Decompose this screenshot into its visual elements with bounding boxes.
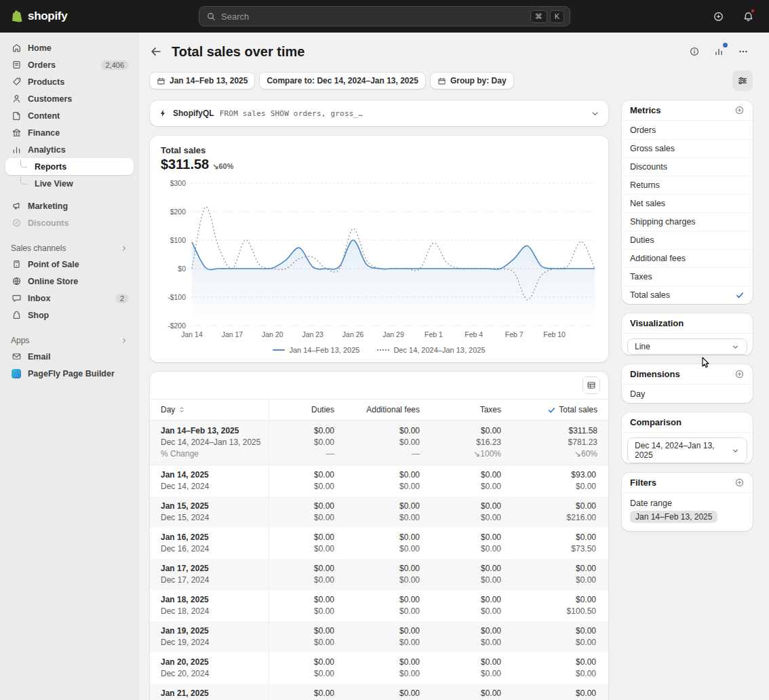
sidebar-item-online-store[interactable]: Online Store	[5, 273, 134, 290]
group-by-pill[interactable]: Group by: Day	[431, 73, 513, 89]
legend-current-period[interactable]: Jan 14–Feb 13, 2025	[273, 346, 359, 354]
comparison-header: Comparison	[622, 412, 753, 433]
date-range-filter-tag[interactable]: Jan 14–Feb 13, 2025	[630, 511, 717, 523]
sidebar-item-email[interactable]: Email	[5, 348, 134, 365]
table-cell-day: Jan 20, 2025Dec 20, 2024	[150, 653, 269, 684]
chart-settings-button[interactable]	[709, 42, 728, 61]
notifications-bell-icon[interactable]	[738, 6, 758, 26]
sidebar-item-label: PageFly Page Builder	[28, 369, 115, 378]
back-arrow-icon[interactable]	[150, 45, 162, 58]
content-icon	[11, 111, 22, 121]
column-header-day[interactable]: Day	[150, 400, 269, 420]
shopify-logo[interactable]: shopify	[11, 9, 67, 24]
lightning-icon	[158, 109, 167, 118]
topbar-actions	[708, 6, 758, 26]
table-cell: $0.00$0.00	[512, 559, 608, 590]
add-metric-icon[interactable]	[734, 105, 745, 115]
sidebar-item-pagefly[interactable]: PageFly Page Builder	[5, 365, 134, 382]
sidebar-item-point-of-sale[interactable]: Point of Sale	[5, 256, 134, 273]
sidebar-item-customers[interactable]: Customers	[5, 90, 134, 107]
metrics-item-label: Discounts	[630, 162, 667, 172]
sort-icon	[178, 406, 186, 414]
info-icon	[689, 46, 700, 57]
sidebar-item-inbox[interactable]: Inbox 2	[5, 290, 134, 307]
page-header: Total sales over time	[150, 42, 753, 61]
metrics-item-gross-sales[interactable]: Gross sales	[622, 139, 753, 157]
metrics-item-orders[interactable]: Orders	[622, 121, 753, 139]
visualization-header: Visualization	[622, 313, 753, 334]
table-cell: $0.00$0.00	[345, 590, 431, 621]
table-cell: $311.58$781.23↘60%	[512, 421, 608, 465]
panel-toggle-button[interactable]	[732, 71, 753, 91]
sidebar-item-products[interactable]: Products	[5, 73, 134, 90]
customers-icon	[11, 94, 22, 104]
table-cell: $0.00$0.00	[269, 528, 345, 559]
chevron-down-icon[interactable]	[590, 109, 600, 119]
search-input[interactable]	[221, 12, 530, 22]
metrics-item-net-sales[interactable]: Net sales	[622, 194, 753, 212]
table-row: Jan 20, 2025Dec 20, 2024$0.00$0.00$0.00$…	[150, 653, 608, 684]
table-cell: $0.00$0.00	[269, 684, 345, 700]
metrics-item-additional-fees[interactable]: Additional fees	[622, 249, 753, 267]
sidebar-item-shop[interactable]: Shop	[5, 307, 134, 324]
column-header-taxes[interactable]: Taxes	[431, 400, 512, 420]
column-header-duties[interactable]: Duties	[269, 400, 345, 420]
sidebar-item-discounts[interactable]: Discounts	[5, 214, 134, 231]
comparison-select[interactable]: Dec 14, 2024–Jan 13, 2025	[627, 438, 747, 463]
new-feature-dot	[723, 43, 728, 47]
add-dimension-icon[interactable]	[734, 369, 745, 379]
sidebar-item-orders[interactable]: Orders 2,406	[5, 56, 134, 73]
metrics-item-taxes[interactable]: Taxes	[622, 267, 753, 286]
table-cell: $0.00$0.00	[269, 559, 345, 590]
line-chart[interactable]: $300$200$100$0-$100-$200Jan 14Jan 17Jan …	[161, 179, 597, 341]
table-cell: $0.00$0.00	[512, 684, 608, 700]
shopifyql-bar[interactable]: ShopifyQL FROM sales SHOW orders, gross_…	[150, 100, 608, 126]
sidebar-item-label: Analytics	[28, 145, 66, 155]
date-range-pill[interactable]: Jan 14–Feb 13, 2025	[150, 73, 254, 89]
metrics-item-duties[interactable]: Duties	[622, 231, 753, 249]
solid-line-swatch	[273, 349, 285, 351]
sidebar-item-analytics[interactable]: Analytics	[5, 141, 134, 158]
sidebar-section-apps[interactable]: Apps	[5, 336, 134, 345]
table-cell: $0.00$16.23↘100%	[431, 421, 512, 465]
sidebar-item-home[interactable]: Home	[5, 39, 134, 56]
table-cell-day: Jan 14–Feb 13, 2025Dec 14, 2024–Jan 13, …	[150, 421, 269, 465]
svg-text:Jan 26: Jan 26	[342, 330, 364, 338]
metrics-item-returns[interactable]: Returns	[622, 176, 753, 194]
sidebar-item-reports[interactable]: Reports	[5, 158, 134, 175]
topbar: shopify ⌘ K	[0, 0, 769, 33]
more-actions-button[interactable]	[734, 42, 753, 61]
table-view-button[interactable]	[583, 376, 600, 394]
svg-text:Jan 17: Jan 17	[222, 330, 243, 338]
table-cell-day: Jan 19, 2025Dec 19, 2024	[150, 621, 269, 653]
metrics-item-discounts[interactable]: Discounts	[622, 157, 753, 176]
metrics-item-shipping-charges[interactable]: Shipping charges	[622, 212, 753, 231]
dimensions-header: Dimensions	[622, 364, 753, 385]
column-header-additional-fees[interactable]: Additional fees	[345, 400, 431, 420]
main-content: Total sales over time Jan 14–Feb	[139, 33, 769, 700]
sidebar-section-sales-channels[interactable]: Sales channels	[5, 244, 134, 253]
column-header-total-sales[interactable]: Total sales	[512, 400, 608, 420]
add-filter-icon[interactable]	[734, 478, 745, 488]
table-header: Day Duties Additional fees Taxes Total s…	[150, 399, 608, 421]
dimension-item-day[interactable]: Day	[622, 385, 753, 403]
info-button[interactable]	[685, 42, 704, 61]
metrics-item-total-sales[interactable]: Total sales	[622, 286, 753, 304]
svg-text:-$200: -$200	[167, 322, 186, 330]
table-cell-day: Jan 14, 2025Dec 14, 2024	[150, 465, 269, 497]
sidekick-icon[interactable]	[708, 6, 728, 26]
sidebar-item-finance[interactable]: Finance	[5, 124, 134, 141]
compare-to-pill[interactable]: Compare to: Dec 14, 2024–Jan 13, 2025	[260, 73, 425, 89]
svg-text:Feb 7: Feb 7	[505, 330, 524, 338]
search-bar[interactable]: ⌘ K	[199, 6, 570, 26]
table-cell: $0.00$0.00	[512, 621, 608, 653]
report-column: ShopifyQL FROM sales SHOW orders, gross_…	[150, 100, 608, 700]
sidebar-item-content[interactable]: Content	[5, 107, 134, 124]
chevron-right-icon	[120, 336, 128, 345]
dimensions-card: Dimensions Day	[622, 364, 753, 403]
sidebar-item-marketing[interactable]: Marketing	[5, 197, 134, 214]
legend-comparison-period[interactable]: Dec 14, 2024–Jan 13, 2025	[377, 346, 485, 354]
visualization-select[interactable]: Line	[627, 338, 747, 355]
shop-icon	[11, 310, 22, 321]
sidebar-item-live-view[interactable]: Live View	[5, 175, 134, 192]
